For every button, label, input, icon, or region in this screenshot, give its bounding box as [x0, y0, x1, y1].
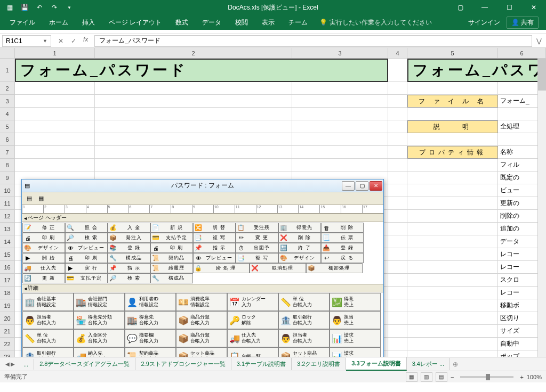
sheet-tab-active[interactable]: 3.3フォーム説明書 [346, 357, 406, 371]
minimize-icon[interactable]: — [472, 0, 497, 15]
cell[interactable] [388, 223, 407, 235]
sheet-tab[interactable]: 2.9ストアドプロシージャー一覧 [135, 358, 231, 370]
vertical-scrollbar[interactable] [537, 59, 546, 357]
col-header[interactable]: 4 [388, 48, 407, 58]
form-detail-button[interactable]: 📦セット商品台帳入力 [176, 347, 227, 357]
cell[interactable] [95, 159, 292, 172]
cell[interactable] [407, 82, 498, 95]
row-header[interactable]: 5 [0, 120, 15, 133]
tab-insert[interactable]: 挿入 [76, 16, 101, 29]
row-header[interactable]: 17 [0, 274, 15, 287]
form-detail-button[interactable]: 💹得意売上 [330, 293, 381, 311]
qat-dropdown-icon[interactable]: ▼ [63, 1, 76, 14]
form-detail-button[interactable]: 📏単 位台帳入力 [22, 329, 74, 347]
redo-icon[interactable]: ↷ [48, 1, 61, 14]
tab-review[interactable]: 校閲 [229, 16, 254, 29]
view-normal-icon[interactable]: ▦ [406, 372, 417, 382]
cell[interactable] [15, 108, 95, 120]
tab-team[interactable]: チーム [282, 16, 314, 29]
row-header[interactable]: 10 [0, 184, 15, 197]
zoom-slider[interactable] [460, 376, 513, 378]
row-header[interactable]: 19 [0, 299, 15, 312]
row-header[interactable]: 13 [0, 223, 15, 235]
col-header[interactable]: 5 [407, 48, 498, 58]
form-button[interactable]: 🔚終 了 [278, 243, 321, 253]
name-box[interactable]: R1C1▼ [2, 35, 51, 47]
ribbon-options-icon[interactable]: ▢ [448, 0, 472, 15]
tab-formula[interactable]: 数式 [169, 16, 195, 29]
tell-me[interactable]: 💡実行したい作業を入力してください [319, 18, 432, 27]
cell[interactable] [95, 133, 292, 146]
form-button[interactable]: 📌指 示 [108, 263, 150, 273]
form-detail-button[interactable]: 📊請求売上 [330, 329, 381, 347]
cell[interactable] [407, 235, 498, 248]
tab-data[interactable]: データ [196, 16, 228, 29]
cell[interactable] [388, 184, 407, 197]
form-button[interactable]: 🖨印 刷 [150, 243, 193, 253]
form-detail-button[interactable]: 👨担当者台帳入力 [278, 329, 330, 347]
form-button[interactable]: 🔎検 索 [65, 233, 108, 243]
signin-link[interactable]: サインイン [468, 18, 500, 27]
sheet-tab[interactable]: 3.1テーブル説明書 [231, 358, 292, 370]
form-detail-button[interactable]: 🚚仕入先台帳入力 [227, 329, 278, 347]
zoom-level[interactable]: 100% [527, 374, 542, 380]
formula-expand-icon[interactable]: ⋁ [534, 37, 544, 45]
cell[interactable] [15, 95, 95, 108]
cell[interactable] [407, 248, 498, 261]
form-button[interactable]: 📦棚卸処理 [306, 263, 363, 273]
form-button[interactable]: 📌指 示 [193, 243, 236, 253]
row-header[interactable]: 2 [0, 82, 15, 95]
cell[interactable] [407, 338, 498, 350]
form-button[interactable]: ▶開 始 [22, 253, 65, 263]
cell[interactable] [407, 261, 498, 274]
col-header[interactable]: 3 [292, 48, 388, 58]
form-detail-button[interactable]: 🚚納入先台帳入力 [74, 347, 125, 357]
cell[interactable] [95, 108, 292, 120]
cell[interactable] [388, 299, 407, 312]
cell[interactable] [95, 95, 292, 108]
form-detail-button[interactable]: 🔑ロック解除 [227, 311, 278, 329]
form-button[interactable]: ▶実 行 [65, 263, 108, 273]
form-detail-button[interactable]: 📦商品分類台帳入力 [176, 311, 227, 329]
form-detail-button[interactable]: 📅カレンダー入力 [227, 293, 278, 311]
form-button[interactable]: 🔍照 会 [65, 223, 108, 233]
row-header[interactable]: 14 [0, 235, 15, 248]
form-button[interactable]: 🔎検 索 [108, 273, 150, 283]
form-button[interactable]: 👁プレビュー [193, 253, 236, 263]
cell[interactable] [292, 120, 388, 133]
cell[interactable] [388, 172, 407, 184]
form-detail-button[interactable]: 🏦取引銀行台帳入力 [278, 311, 330, 329]
form-detail-button[interactable]: 👤利用者ID情報設定 [125, 293, 176, 311]
sheet-tab[interactable]: 3.4レポー ... [407, 358, 451, 370]
cell[interactable] [388, 325, 407, 338]
form-detail-button[interactable]: 📦商品分類台帳入力 [176, 329, 227, 347]
form-minimize-icon[interactable]: — [342, 181, 355, 191]
form-detail-button[interactable]: 💴消費税率情報設定 [176, 293, 227, 311]
form-detail-button[interactable]: 🏬会社部門情報設定 [74, 293, 125, 311]
form-detail-button[interactable]: 📦セット商品台帳入力 [278, 347, 330, 357]
col-header[interactable]: 2 [95, 48, 292, 58]
cell[interactable] [388, 120, 407, 133]
row-header[interactable]: 4 [0, 108, 15, 120]
cell[interactable] [388, 248, 407, 261]
formula-input[interactable]: フォーム_パスワード [94, 35, 532, 47]
form-button[interactable]: 📥登 録 [321, 243, 364, 253]
row-header[interactable]: 11 [0, 197, 15, 210]
cell[interactable] [388, 146, 407, 159]
cell[interactable] [15, 82, 95, 95]
view-pagebreak-icon[interactable]: ▤ [436, 372, 447, 382]
sheet-tab[interactable]: 3.2クエリ説明書 [292, 358, 346, 370]
cell[interactable] [407, 287, 498, 299]
title-cell[interactable]: フォーム_パスワー [407, 59, 546, 82]
cell[interactable] [407, 223, 498, 235]
cell[interactable] [388, 274, 407, 287]
cell[interactable] [407, 210, 498, 223]
form-detail-button[interactable]: 🏢会社基本情報設定 [22, 293, 74, 311]
title-cell[interactable]: フォーム_パスワード [15, 59, 388, 82]
cell[interactable] [95, 120, 292, 133]
form-detail-button[interactable]: 💰入金区分台帳入力 [74, 329, 125, 347]
cell[interactable]: プロパティ情報 [407, 146, 498, 159]
row-header[interactable]: 20 [0, 312, 15, 325]
form-button[interactable]: 🔄更 新 [22, 273, 65, 283]
cell[interactable] [15, 120, 95, 133]
